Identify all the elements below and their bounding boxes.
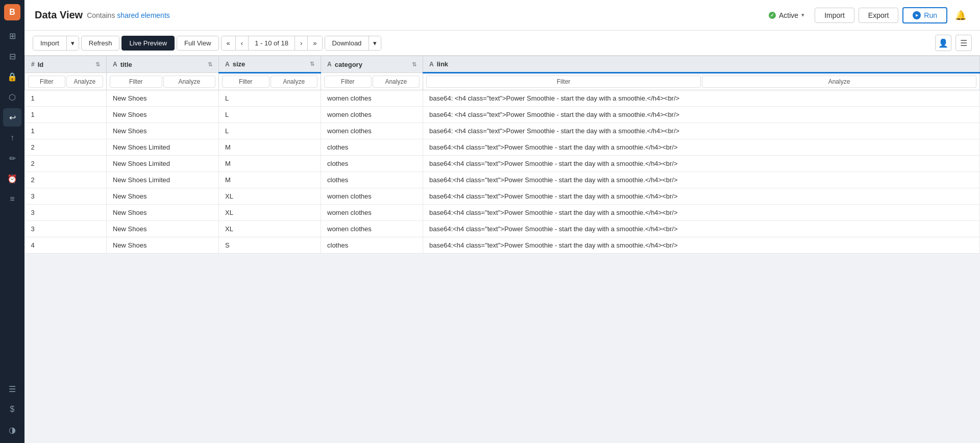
- cell-category[interactable]: women clothes: [321, 107, 423, 123]
- cell-size[interactable]: L: [219, 107, 321, 123]
- cell-link[interactable]: base64:<h4 class="text">Power Smoothie -…: [423, 172, 980, 188]
- cell-id[interactable]: 1: [25, 107, 107, 123]
- menu-icon-button[interactable]: ☰: [955, 35, 972, 51]
- run-button[interactable]: Run: [902, 7, 947, 23]
- analyze-title-button[interactable]: Analyze: [163, 76, 216, 88]
- cell-title[interactable]: New Shoes: [107, 90, 219, 107]
- sidebar-item-dashboard[interactable]: ⊟: [3, 47, 21, 65]
- title-sort-icon[interactable]: ⇅: [208, 61, 212, 68]
- cell-size[interactable]: L: [219, 123, 321, 139]
- cell-size[interactable]: XL: [219, 188, 321, 205]
- col-header-link[interactable]: A link: [423, 56, 980, 73]
- cell-link[interactable]: base64: <h4 class="text">Power Smoothie …: [423, 107, 980, 123]
- cell-title[interactable]: New Shoes: [107, 107, 219, 123]
- cell-size[interactable]: XL: [219, 205, 321, 221]
- cell-category[interactable]: clothes: [321, 139, 423, 156]
- analyze-category-button[interactable]: Analyze: [373, 76, 420, 88]
- prev-page-button[interactable]: ‹: [236, 36, 249, 50]
- cell-id[interactable]: 2: [25, 172, 107, 188]
- col-header-id[interactable]: # Id ⇅: [25, 56, 107, 73]
- shared-elements-link[interactable]: shared elements: [117, 11, 170, 19]
- cell-id[interactable]: 3: [25, 205, 107, 221]
- cell-title[interactable]: New Shoes: [107, 188, 219, 205]
- sidebar-item-grid[interactable]: ⊞: [3, 27, 21, 45]
- size-sort-icon[interactable]: ⇅: [310, 61, 314, 67]
- cell-category[interactable]: women clothes: [321, 221, 423, 237]
- cell-size[interactable]: S: [219, 237, 321, 254]
- cell-id[interactable]: 4: [25, 237, 107, 254]
- toolbar-import-dropdown[interactable]: ▾: [67, 36, 79, 50]
- cell-id[interactable]: 2: [25, 139, 107, 156]
- id-sort-icon[interactable]: ⇅: [95, 61, 100, 68]
- filter-id-button[interactable]: Filter: [28, 76, 65, 88]
- cell-id[interactable]: 1: [25, 123, 107, 139]
- col-header-category[interactable]: A category ⇅: [321, 56, 423, 73]
- col-header-size[interactable]: A size ⇅: [219, 56, 321, 73]
- cell-title[interactable]: New Shoes Limited: [107, 156, 219, 172]
- analyze-size-button[interactable]: Analyze: [271, 76, 318, 88]
- status-chevron[interactable]: ▾: [801, 12, 804, 18]
- sidebar-item-dollar[interactable]: $: [3, 400, 21, 419]
- cell-size[interactable]: M: [219, 172, 321, 188]
- cell-size[interactable]: L: [219, 90, 321, 107]
- sidebar-item-menu2[interactable]: ☰: [3, 380, 21, 398]
- cell-title[interactable]: New Shoes: [107, 237, 219, 254]
- cell-title[interactable]: New Shoes Limited: [107, 172, 219, 188]
- cell-category[interactable]: clothes: [321, 237, 423, 254]
- import-button[interactable]: Import: [815, 8, 854, 23]
- sidebar-item-chart[interactable]: ◑: [3, 421, 21, 439]
- sidebar-item-hex[interactable]: ⬡: [3, 88, 21, 106]
- cell-link[interactable]: base64:<h4 class="text">Power Smoothie -…: [423, 205, 980, 221]
- sidebar-item-lock[interactable]: 🔒: [3, 67, 21, 86]
- sidebar-item-upload[interactable]: ↑: [3, 129, 21, 147]
- filter-size-button[interactable]: Filter: [222, 76, 270, 88]
- next-page-button[interactable]: ›: [295, 36, 308, 50]
- cell-link[interactable]: base64:<h4 class="text">Power Smoothie -…: [423, 221, 980, 237]
- sidebar-logo[interactable]: B: [4, 4, 20, 20]
- export-button[interactable]: Export: [859, 8, 898, 23]
- cell-link[interactable]: base64:<h4 class="text">Power Smoothie -…: [423, 156, 980, 172]
- col-header-title[interactable]: A title ⇅: [107, 56, 219, 73]
- cell-link[interactable]: base64:<h4 class="text">Power Smoothie -…: [423, 237, 980, 254]
- cell-category[interactable]: women clothes: [321, 90, 423, 107]
- live-preview-button[interactable]: Live Preview: [121, 36, 175, 51]
- cell-id[interactable]: 2: [25, 156, 107, 172]
- cell-link[interactable]: base64:<h4 class="text">Power Smoothie -…: [423, 188, 980, 205]
- cell-id[interactable]: 3: [25, 221, 107, 237]
- cell-category[interactable]: women clothes: [321, 188, 423, 205]
- cell-id[interactable]: 3: [25, 188, 107, 205]
- user-icon-button[interactable]: 👤: [935, 35, 951, 51]
- cell-title[interactable]: New Shoes: [107, 205, 219, 221]
- sidebar-item-menu1[interactable]: ≡: [3, 190, 21, 208]
- cell-size[interactable]: XL: [219, 221, 321, 237]
- sidebar-item-edit[interactable]: ✏: [3, 149, 21, 167]
- cell-id[interactable]: 1: [25, 90, 107, 107]
- filter-category-button[interactable]: Filter: [324, 76, 372, 88]
- toolbar-import-button[interactable]: Import: [33, 36, 67, 50]
- cell-link[interactable]: base64: <h4 class="text">Power Smoothie …: [423, 90, 980, 107]
- cell-category[interactable]: women clothes: [321, 205, 423, 221]
- cell-link[interactable]: base64: <h4 class="text">Power Smoothie …: [423, 123, 980, 139]
- sidebar-item-clock[interactable]: ⏰: [3, 169, 21, 188]
- last-page-button[interactable]: »: [308, 36, 322, 50]
- cell-category[interactable]: women clothes: [321, 123, 423, 139]
- first-page-button[interactable]: «: [222, 36, 236, 50]
- full-view-button[interactable]: Full View: [177, 36, 219, 51]
- cell-title[interactable]: New Shoes: [107, 221, 219, 237]
- download-dropdown[interactable]: ▾: [369, 36, 381, 50]
- refresh-button[interactable]: Refresh: [81, 36, 120, 51]
- cell-category[interactable]: clothes: [321, 156, 423, 172]
- download-button[interactable]: Download: [325, 36, 370, 50]
- cell-title[interactable]: New Shoes: [107, 123, 219, 139]
- notification-button[interactable]: 🔔: [951, 6, 970, 24]
- filter-link-button[interactable]: Filter: [426, 76, 701, 88]
- cell-size[interactable]: M: [219, 139, 321, 156]
- filter-title-button[interactable]: Filter: [110, 76, 162, 88]
- category-sort-icon[interactable]: ⇅: [412, 61, 416, 68]
- cell-title[interactable]: New Shoes Limited: [107, 139, 219, 156]
- cell-category[interactable]: clothes: [321, 172, 423, 188]
- analyze-id-button[interactable]: Analyze: [66, 76, 104, 88]
- sidebar-item-undo[interactable]: ↩: [3, 108, 21, 127]
- cell-size[interactable]: M: [219, 156, 321, 172]
- cell-link[interactable]: base64:<h4 class="text">Power Smoothie -…: [423, 139, 980, 156]
